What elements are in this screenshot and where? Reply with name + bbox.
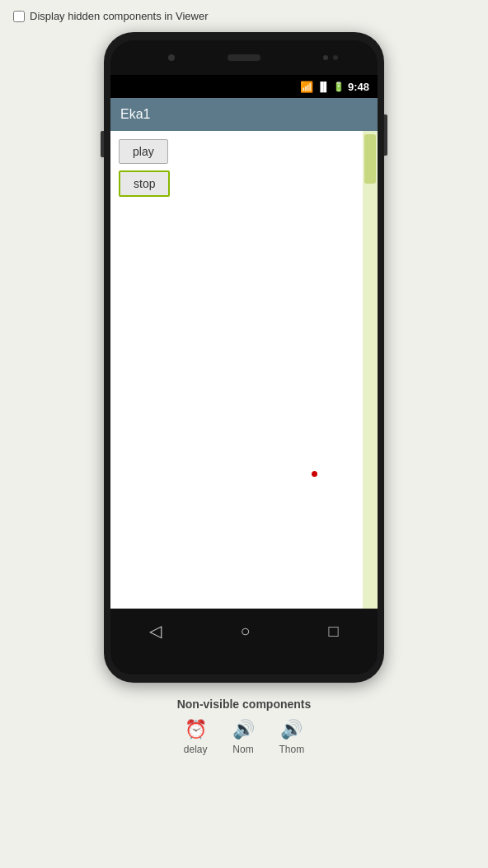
red-dot-indicator xyxy=(312,471,317,477)
delay-label: delay xyxy=(184,744,208,755)
non-visible-item-delay[interactable]: ⏰ delay xyxy=(184,719,208,755)
battery-icon: 🔋 xyxy=(333,82,345,92)
top-bar: Display hidden components in Viewer xyxy=(0,0,488,32)
display-hidden-checkbox[interactable] xyxy=(13,11,25,22)
sensor2 xyxy=(333,55,338,60)
thom-label: Thom xyxy=(279,744,305,755)
scroll-bar[interactable] xyxy=(363,131,378,609)
nom-icon: 🔊 xyxy=(232,719,255,740)
signal-icon: ▐▌ xyxy=(317,82,330,91)
non-visible-section: Non-visible components ⏰ delay 🔊 Nom 🔊 T… xyxy=(0,698,488,755)
content-main: play stop xyxy=(110,131,363,609)
nom-label: Nom xyxy=(232,744,253,755)
back-button[interactable]: ◁ xyxy=(149,621,162,641)
phone-shell: 📶 ▐▌ 🔋 9:48 Eka1 play stop ◁ ○ □ xyxy=(104,32,384,683)
delay-icon: ⏰ xyxy=(185,719,207,740)
app-title: Eka1 xyxy=(120,107,150,122)
front-camera xyxy=(168,54,175,61)
scroll-thumb[interactable] xyxy=(364,134,376,184)
non-visible-items-list: ⏰ delay 🔊 Nom 🔊 Thom xyxy=(0,719,488,755)
non-visible-item-nom[interactable]: 🔊 Nom xyxy=(232,719,255,755)
display-hidden-label[interactable]: Display hidden components in Viewer xyxy=(30,10,209,22)
status-bar: 📶 ▐▌ 🔋 9:48 xyxy=(110,75,378,98)
time-display: 9:48 xyxy=(348,81,369,93)
phone-nav-bar: ◁ ○ □ xyxy=(110,609,378,653)
thom-icon: 🔊 xyxy=(280,719,303,740)
home-button[interactable]: ○ xyxy=(240,622,250,641)
non-visible-item-thom[interactable]: 🔊 Thom xyxy=(279,719,305,755)
speaker-grille xyxy=(228,54,260,61)
power-button xyxy=(384,114,387,156)
phone-top-bezel xyxy=(110,40,378,75)
stop-button[interactable]: stop xyxy=(119,170,170,197)
play-button[interactable]: play xyxy=(119,139,168,164)
phone-bottom-bezel xyxy=(110,653,378,674)
wifi-icon: 📶 xyxy=(300,81,313,93)
recents-button[interactable]: □ xyxy=(328,622,338,641)
sensor1 xyxy=(323,55,328,60)
app-content-area: play stop xyxy=(110,131,378,609)
non-visible-title: Non-visible components xyxy=(0,698,488,711)
app-title-bar: Eka1 xyxy=(110,98,378,131)
volume-button xyxy=(101,131,104,157)
